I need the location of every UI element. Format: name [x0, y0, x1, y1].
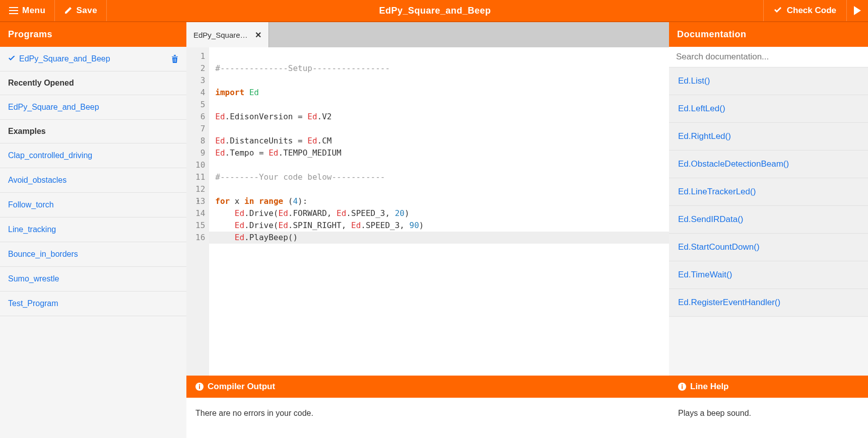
delete-program-button[interactable]	[171, 55, 178, 63]
doc-item[interactable]: Ed.SendIRData()	[669, 206, 868, 234]
play-icon	[854, 6, 861, 15]
svg-point-4	[682, 384, 683, 385]
info-icon	[678, 383, 686, 391]
doc-item[interactable]: Ed.StartCountDown()	[669, 234, 868, 261]
close-icon: ✕	[255, 31, 261, 39]
page-title: EdPy_Square_and_Beep	[107, 6, 763, 16]
code-line[interactable]	[215, 183, 663, 195]
recent-item[interactable]: EdPy_Square_and_Beep	[0, 95, 186, 120]
example-item[interactable]: Follow_torch	[0, 193, 186, 217]
tab-close-button[interactable]: ✕	[255, 30, 261, 40]
example-link[interactable]: Test_Program	[8, 299, 58, 308]
example-item[interactable]: Bounce_in_borders	[0, 242, 186, 267]
code-line[interactable]	[215, 75, 663, 87]
example-item[interactable]: Test_Program	[0, 291, 186, 316]
compiler-output-header: Compiler Output	[186, 376, 669, 398]
code-line[interactable]	[215, 159, 663, 171]
doc-item[interactable]: Ed.RightLed()	[669, 123, 868, 151]
code-line[interactable]: #--------------Setup----------------	[215, 62, 663, 75]
doc-item[interactable]: Ed.LineTrackerLed()	[669, 178, 868, 206]
editor-panel: EdPy_Square… ✕ 12345678910111213▾141516 …	[186, 22, 669, 438]
menu-button[interactable]: Menu	[0, 0, 55, 21]
code-editor[interactable]: 12345678910111213▾141516 #--------------…	[186, 47, 669, 376]
line-help-header: Line Help	[669, 376, 868, 398]
svg-point-1	[199, 384, 200, 385]
code-line[interactable]: Ed.DistanceUnits = Ed.CM	[215, 135, 663, 147]
fold-marker-icon[interactable]: ▾	[196, 195, 200, 207]
example-link[interactable]: Line_tracking	[8, 225, 56, 234]
example-item[interactable]: Line_tracking	[0, 217, 186, 242]
example-item[interactable]: Avoid_obstacles	[0, 168, 186, 193]
trash-icon	[171, 55, 178, 63]
programs-panel: Programs EdPy_Square_and_Beep Recently O…	[0, 22, 186, 438]
line-help-header-label: Line Help	[690, 382, 729, 392]
documentation-list: Ed.List()Ed.LeftLed()Ed.RightLed()Ed.Obs…	[669, 67, 868, 376]
pencil-icon	[64, 7, 72, 15]
doc-item[interactable]: Ed.TimeWait()	[669, 261, 868, 289]
code-line[interactable]: #--------Your code below-----------	[215, 171, 663, 183]
doc-item[interactable]: Ed.ObstacleDetectionBeam()	[669, 151, 868, 178]
line-number-gutter: 12345678910111213▾141516	[186, 47, 209, 376]
tab-label: EdPy_Square…	[193, 31, 248, 39]
code-line[interactable]: Ed.EdisonVersion = Ed.V2	[215, 111, 663, 123]
doc-search-wrapper	[669, 47, 868, 67]
code-line[interactable]: Ed.Tempo = Ed.TEMPO_MEDIUM	[215, 147, 663, 159]
doc-item[interactable]: Ed.LeftLed()	[669, 95, 868, 123]
example-link[interactable]: Sumo_wrestle	[8, 274, 59, 283]
example-link[interactable]: Clap_controlled_driving	[8, 151, 92, 160]
svg-rect-5	[682, 386, 683, 389]
toolbar-right-group: Check Code	[763, 0, 868, 21]
program-item-current[interactable]: EdPy_Square_and_Beep	[0, 47, 186, 71]
code-line[interactable]: import Ed	[215, 87, 663, 99]
main-area: Programs EdPy_Square_and_Beep Recently O…	[0, 22, 868, 438]
top-toolbar: Menu Save EdPy_Square_and_Beep Check Cod…	[0, 0, 868, 22]
program-link[interactable]: EdPy_Square_and_Beep	[19, 54, 110, 63]
save-label: Save	[76, 6, 97, 16]
programs-header: Programs	[0, 22, 186, 47]
code-line[interactable]: Ed.Drive(Ed.SPIN_RIGHT, Ed.SPEED_3, 90)	[215, 220, 663, 232]
code-line[interactable]: Ed.PlayBeep()	[215, 232, 663, 244]
compiler-header-label: Compiler Output	[208, 382, 275, 392]
check-code-label: Check Code	[787, 6, 836, 16]
code-line[interactable]	[215, 123, 663, 135]
editor-tab[interactable]: EdPy_Square… ✕	[186, 22, 269, 47]
check-code-button[interactable]: Check Code	[763, 0, 846, 21]
doc-item[interactable]: Ed.RegisterEventHandler()	[669, 289, 868, 317]
programs-list: EdPy_Square_and_Beep Recently Opened EdP…	[0, 47, 186, 438]
documentation-panel: Documentation Ed.List()Ed.LeftLed()Ed.Ri…	[669, 22, 868, 438]
line-help-body: Plays a beep sound.	[669, 398, 868, 438]
code-line[interactable]	[215, 50, 663, 62]
run-button[interactable]	[846, 0, 868, 21]
example-item[interactable]: Sumo_wrestle	[0, 267, 186, 291]
menu-icon	[9, 7, 18, 14]
program-link[interactable]: EdPy_Square_and_Beep	[8, 103, 99, 112]
example-link[interactable]: Follow_torch	[8, 200, 54, 209]
info-icon	[195, 383, 204, 391]
save-button[interactable]: Save	[55, 0, 107, 21]
compiler-output-body: There are no errors in your code.	[186, 398, 669, 438]
example-link[interactable]: Avoid_obstacles	[8, 176, 66, 185]
example-item[interactable]: Clap_controlled_driving	[0, 143, 186, 168]
code-line[interactable]: for x in range (4):	[215, 195, 663, 207]
examples-header: Examples	[0, 120, 186, 143]
documentation-search-input[interactable]	[676, 52, 861, 62]
recently-opened-header: Recently Opened	[0, 71, 186, 95]
doc-item[interactable]: Ed.List()	[669, 67, 868, 95]
menu-label: Menu	[22, 6, 45, 16]
check-icon	[774, 7, 783, 14]
code-line[interactable]	[215, 99, 663, 111]
tab-bar: EdPy_Square… ✕	[186, 22, 669, 47]
example-link[interactable]: Bounce_in_borders	[8, 250, 78, 259]
documentation-header: Documentation	[669, 22, 868, 47]
check-icon	[8, 56, 16, 62]
code-area[interactable]: #--------------Setup---------------- imp…	[209, 47, 669, 376]
code-line[interactable]: Ed.Drive(Ed.FORWARD, Ed.SPEED_3, 20)	[215, 207, 663, 220]
svg-rect-2	[199, 386, 200, 389]
